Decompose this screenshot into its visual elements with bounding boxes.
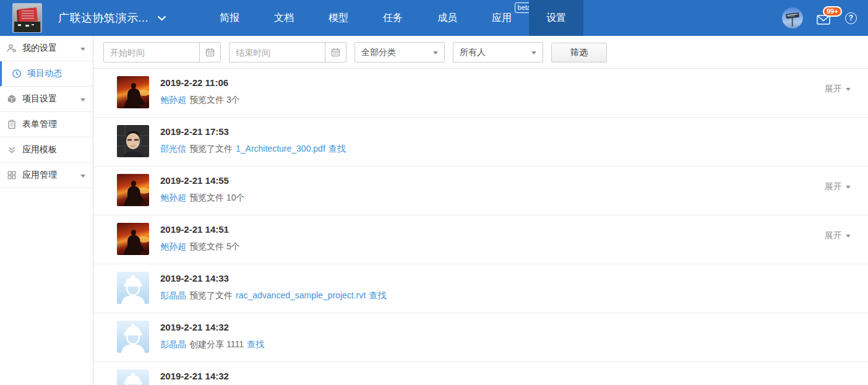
activity-description: 邵光信预览了文件1_Architecture_300.pdf查找	[160, 143, 346, 155]
expand-toggle[interactable]: 展开	[825, 230, 851, 241]
filter-button[interactable]: 筛选	[551, 43, 607, 63]
user-avatar	[117, 76, 149, 108]
sidebar-item-label: 表单管理	[22, 119, 57, 130]
sidebar-item-app-templates[interactable]: 应用模板	[0, 137, 93, 163]
start-time-field	[103, 42, 221, 63]
category-select-value: 全部分类	[361, 47, 396, 58]
action-text: 预览文件 3个	[189, 95, 240, 105]
chevron-down-icon	[433, 51, 438, 54]
activity-description: 鲍孙超预览文件 3个	[160, 94, 240, 106]
chevron-down-icon	[846, 186, 851, 189]
user-link[interactable]: 鲍孙超	[160, 192, 186, 202]
sidebar-item-project-activity[interactable]: 项目动态	[0, 61, 93, 87]
sidebar-item-label: 应用管理	[22, 170, 57, 181]
activity-row: 2019-2-21 14:51 鲍孙超预览文件 5个 展开	[93, 215, 868, 264]
tab-settings[interactable]: 设置	[529, 0, 583, 36]
expand-toggle[interactable]: 展开	[825, 181, 851, 192]
user-link[interactable]: 邵光信	[160, 144, 186, 154]
activity-row: 2019-2-21 17:53 邵光信预览了文件1_Architecture_3…	[93, 118, 868, 167]
end-time-field	[229, 42, 346, 63]
activity-row: 2019-2-21 14:55 鲍孙超预览文件 10个 展开	[93, 167, 868, 215]
main-nav: 简报 文档 模型 任务 成员 应用 beta 设置	[202, 0, 583, 36]
sidebar-item-label: 我的设置	[22, 43, 57, 54]
tab-briefing[interactable]: 简报	[202, 0, 257, 36]
activity-row-body: 2019-2-21 14:33 彭晶晶预览了文件rac_advanced_sam…	[160, 272, 386, 313]
chevron-down-icon	[846, 235, 851, 238]
messages-button[interactable]: 99+	[817, 11, 831, 25]
file-link[interactable]: 1_Architecture_300.pdf	[236, 144, 325, 154]
grid-icon	[7, 170, 17, 180]
tab-models[interactable]: 模型	[311, 0, 366, 36]
user-avatar	[117, 223, 149, 255]
help-button[interactable]: ?	[845, 12, 857, 24]
file-link[interactable]: 查找	[247, 339, 264, 349]
action-text: 预览文件 10个	[189, 192, 244, 202]
sidebar-item-project-settings[interactable]: 项目设置	[0, 87, 93, 112]
top-navigation-bar: 广联达协筑演示... 简报 文档 模型 任务 成员 应用 beta 设置	[0, 0, 868, 36]
action-text: 预览了文件	[189, 290, 233, 300]
action-text: 预览了文件	[189, 144, 233, 154]
activity-row: 2019-2-21 14:32	[93, 362, 868, 385]
file-link[interactable]: 查找	[369, 290, 386, 300]
tab-label: 任务	[383, 12, 403, 25]
user-avatar	[117, 370, 149, 385]
activity-time: 2019-2-21 14:55	[160, 175, 244, 187]
tab-members[interactable]: 成员	[420, 0, 475, 36]
sidebar-item-app-management[interactable]: 应用管理	[0, 163, 93, 188]
activity-row-body: 2019-2-22 11:06 鲍孙超预览文件 3个	[160, 76, 240, 117]
user-link[interactable]: 鲍孙超	[160, 95, 186, 105]
sidebar-item-label: 项目动态	[27, 68, 62, 79]
activity-time: 2019-2-21 14:51	[160, 223, 240, 236]
user-avatar	[117, 125, 149, 157]
calendar-icon[interactable]	[199, 43, 220, 62]
activity-row: 2019-2-22 11:06 鲍孙超预览文件 3个 展开	[93, 69, 868, 118]
tab-label: 文档	[274, 12, 294, 25]
activity-row-body: 2019-2-21 14:32	[160, 370, 229, 385]
account-avatar[interactable]	[782, 7, 803, 28]
activity-row-body: 2019-2-21 14:51 鲍孙超预览文件 5个	[160, 223, 240, 264]
activity-description: 彭晶晶预览了文件rac_advanced_sample_project.rvt查…	[160, 290, 386, 301]
sidebar-item-form-management[interactable]: 表单管理	[0, 112, 93, 137]
clipboard-icon	[7, 119, 17, 129]
tab-tasks[interactable]: 任务	[366, 0, 420, 36]
activity-row-body: 2019-2-21 14:32 彭晶晶创建分享 1111查找	[160, 321, 264, 361]
expand-toggle[interactable]: 展开	[825, 84, 851, 95]
sidebar-item-label: 项目设置	[22, 93, 57, 105]
project-logo[interactable]	[12, 3, 42, 33]
activity-row-body: 2019-2-21 17:53 邵光信预览了文件1_Architecture_3…	[160, 125, 346, 166]
tab-label: 应用	[492, 12, 512, 25]
user-link[interactable]: 彭晶晶	[160, 290, 186, 300]
calendar-icon[interactable]	[325, 43, 346, 62]
sidebar-item-my-settings[interactable]: 我的设置	[0, 36, 93, 61]
activity-description: 彭晶晶创建分享 1111查找	[160, 339, 264, 350]
settings-sidebar: 我的设置 项目动态 项目设置	[0, 36, 93, 385]
chevron-down-icon[interactable]	[157, 12, 166, 24]
tab-documents[interactable]: 文档	[257, 0, 311, 36]
category-select[interactable]: 全部分类	[355, 42, 445, 63]
activity-time: 2019-2-21 14:32	[160, 370, 229, 383]
user-link[interactable]: 彭晶晶	[160, 339, 186, 349]
user-link[interactable]: 鲍孙超	[160, 241, 186, 251]
cube-icon	[7, 94, 17, 104]
activity-row-body: 2019-2-21 14:55 鲍孙超预览文件 10个	[160, 174, 244, 215]
project-title[interactable]: 广联达协筑演示...	[58, 11, 148, 25]
file-link[interactable]: 查找	[329, 144, 346, 154]
chevron-down-icon	[80, 175, 85, 178]
activity-row: 2019-2-21 14:32 彭晶晶创建分享 1111查找	[93, 313, 868, 362]
activity-time: 2019-2-21 17:53	[160, 126, 346, 138]
chevron-down-icon	[531, 51, 536, 54]
unread-count-badge: 99+	[823, 6, 842, 17]
chevron-down-icon	[80, 98, 85, 102]
tab-label: 模型	[329, 12, 348, 25]
expand-label: 展开	[825, 84, 842, 95]
filter-bar: 全部分类 所有人 筛选	[93, 36, 868, 69]
activity-list: 2019-2-22 11:06 鲍孙超预览文件 3个 展开 2019-2-21 …	[93, 69, 868, 385]
start-time-input[interactable]	[104, 43, 199, 62]
end-time-input[interactable]	[230, 43, 325, 62]
file-link[interactable]: rac_advanced_sample_project.rvt	[236, 290, 366, 300]
user-gear-icon	[7, 43, 17, 53]
question-mark-icon: ?	[849, 14, 853, 22]
tab-apps[interactable]: 应用 beta	[475, 0, 529, 36]
person-select[interactable]: 所有人	[453, 42, 543, 63]
chevrons-down-icon	[7, 145, 17, 155]
